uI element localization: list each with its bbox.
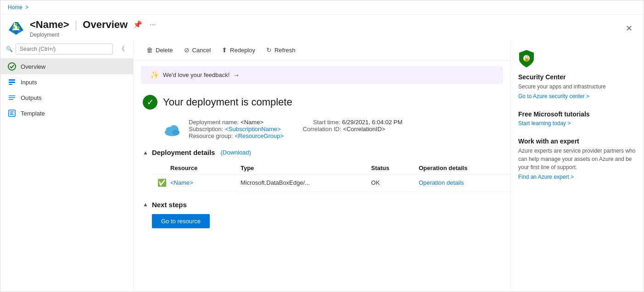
- col-resource: Resource: [152, 162, 235, 175]
- inputs-icon: [8, 78, 16, 86]
- deployment-meta-wrapper: Deployment name: <Name> Start time: 6/29…: [163, 119, 501, 139]
- table-row: ✅ <Name> Microsoft.DataBoxEdge/... OK Op…: [152, 175, 510, 192]
- next-steps-chevron-icon: ▲: [143, 201, 148, 208]
- svg-rect-9: [9, 79, 15, 81]
- deployment-name-label: Deployment name:: [189, 119, 239, 126]
- refresh-label: Refresh: [274, 47, 296, 54]
- details-title: Deployment details: [152, 149, 215, 156]
- search-icon: 🔍: [6, 46, 13, 52]
- outputs-icon: [8, 94, 16, 102]
- breadcrumb-home[interactable]: Home: [8, 4, 22, 11]
- redeploy-button[interactable]: ⬆ Redeploy: [216, 44, 261, 56]
- expert-title: Work with an expert: [518, 138, 636, 145]
- download-link[interactable]: (Download): [220, 149, 251, 156]
- col-operation: Operation details: [413, 162, 510, 175]
- subscription-row: Subscription: <SubscriptionName> Correla…: [189, 126, 403, 132]
- security-center-section: 🔒 Security Center Secure your apps and i…: [518, 49, 636, 99]
- expert-section: Work with an expert Azure experts are se…: [518, 138, 636, 180]
- svg-rect-11: [9, 84, 12, 85]
- go-to-resource-button[interactable]: Go to resource: [152, 214, 210, 228]
- sidebar-item-inputs-label: Inputs: [21, 79, 37, 86]
- sidebar-nav: Overview Inputs: [0, 59, 133, 121]
- app-container: Home > <Name> | Overview 📌 ··· Deploymen…: [0, 0, 644, 292]
- cancel-label: Cancel: [192, 47, 211, 54]
- collapse-sidebar-button[interactable]: 《: [116, 44, 128, 54]
- next-steps-title: Next steps: [152, 201, 187, 209]
- expert-desc: Azure experts are service provider partn…: [518, 147, 636, 171]
- security-icon: 🔒: [518, 49, 636, 70]
- refresh-icon: ↻: [266, 46, 272, 54]
- sidebar-item-inputs[interactable]: Inputs: [0, 74, 133, 90]
- resource-group-link[interactable]: <ResourceGroup>: [235, 132, 284, 139]
- expert-link[interactable]: Find an Azure expert >: [518, 174, 574, 180]
- feedback-banner[interactable]: ✨ We'd love your feedback! →: [141, 66, 503, 84]
- right-panel: 🔒 Security Center Secure your apps and i…: [510, 40, 644, 291]
- deployment-meta: Deployment name: <Name> Start time: 6/29…: [189, 119, 403, 139]
- deployment-success-icon: ✓: [143, 95, 157, 110]
- svg-point-8: [8, 63, 16, 70]
- svg-rect-10: [9, 82, 15, 83]
- next-steps-header[interactable]: ▲ Next steps: [143, 201, 501, 209]
- page-title: <Name> | Overview 📌 ···: [30, 18, 158, 31]
- svg-point-7: [17, 26, 20, 29]
- resource-group-row: Resource group: <ResourceGroup>: [189, 132, 403, 139]
- pin-button[interactable]: 📌: [131, 18, 144, 31]
- row-status-cell: OK: [366, 175, 414, 192]
- refresh-button[interactable]: ↻ Refresh: [261, 44, 301, 56]
- page-header: <Name> | Overview 📌 ··· Deployment ✕: [0, 15, 644, 40]
- sidebar-item-outputs-label: Outputs: [21, 94, 42, 101]
- subscription-link[interactable]: <SubscriptionName>: [225, 126, 280, 132]
- row-status-icon: ✅: [157, 178, 167, 187]
- breadcrumb: Home >: [0, 0, 644, 15]
- sidebar-item-outputs[interactable]: Outputs: [0, 90, 133, 105]
- resource-link[interactable]: <Name>: [170, 179, 193, 186]
- subscription-label: Subscription:: [189, 126, 223, 132]
- svg-point-5: [15, 23, 17, 26]
- template-icon: [8, 109, 16, 117]
- correlation-value: <CorrelationID>: [343, 126, 385, 132]
- details-header[interactable]: ▲ Deployment details (Download): [143, 149, 501, 156]
- feedback-text: We'd love your feedback!: [163, 72, 230, 78]
- deployment-title: Your deployment is complete: [163, 96, 292, 108]
- table-body: ✅ <Name> Microsoft.DataBoxEdge/... OK Op…: [152, 175, 510, 192]
- svg-text:🔒: 🔒: [523, 55, 530, 61]
- sidebar: 🔍 《 Overview: [0, 40, 134, 291]
- tutorials-section: Free Microsoft tutorials Start learning …: [518, 110, 636, 127]
- sidebar-item-template[interactable]: Template: [0, 105, 133, 121]
- svg-point-6: [12, 26, 15, 29]
- correlation-label: Correlation ID:: [303, 126, 342, 132]
- more-options-button[interactable]: ···: [148, 19, 157, 31]
- delete-button[interactable]: 🗑 Delete: [141, 44, 179, 56]
- row-operation-cell: Operation details: [413, 175, 510, 192]
- breadcrumb-sep: >: [25, 4, 28, 11]
- col-type: Type: [235, 162, 366, 175]
- search-input[interactable]: [16, 44, 113, 55]
- start-time-value: 6/29/2021, 6:04:02 PM: [342, 119, 403, 126]
- col-status: Status: [366, 162, 414, 175]
- row-type-cell: Microsoft.DataBoxEdge/...: [235, 175, 366, 192]
- security-center-link[interactable]: Go to Azure security center >: [518, 93, 589, 99]
- sidebar-item-overview[interactable]: Overview: [0, 59, 133, 74]
- header-title-group: <Name> | Overview 📌 ··· Deployment: [30, 18, 158, 38]
- search-box: 🔍 《: [0, 40, 133, 59]
- delete-icon: 🗑: [146, 46, 153, 54]
- next-steps-section: ▲ Next steps Go to resource: [143, 201, 501, 228]
- operation-details-link[interactable]: Operation details: [419, 179, 464, 186]
- delete-label: Delete: [156, 47, 173, 54]
- page-section: Overview: [83, 19, 128, 31]
- cancel-button[interactable]: ⊘ Cancel: [179, 44, 216, 56]
- resource-name: <Name>: [30, 19, 69, 31]
- title-separator: |: [75, 19, 78, 31]
- cloud-icon: [163, 121, 181, 139]
- main-content: 🗑 Delete ⊘ Cancel ⬆ Redeploy ↻ Refresh: [134, 40, 510, 291]
- deployment-header: ✓ Your deployment is complete: [143, 95, 501, 110]
- deployment-name-row: Deployment name: <Name> Start time: 6/29…: [189, 119, 403, 126]
- tutorials-link[interactable]: Start learning today >: [518, 120, 571, 127]
- close-button[interactable]: ✕: [622, 22, 636, 35]
- redeploy-label: Redeploy: [230, 47, 255, 54]
- main-layout: 🔍 《 Overview: [0, 40, 644, 291]
- security-center-title: Security Center: [518, 73, 636, 81]
- feedback-arrow: →: [233, 72, 240, 79]
- security-center-desc: Secure your apps and infrastructure: [518, 83, 636, 91]
- row-resource-cell: ✅ <Name>: [152, 175, 235, 191]
